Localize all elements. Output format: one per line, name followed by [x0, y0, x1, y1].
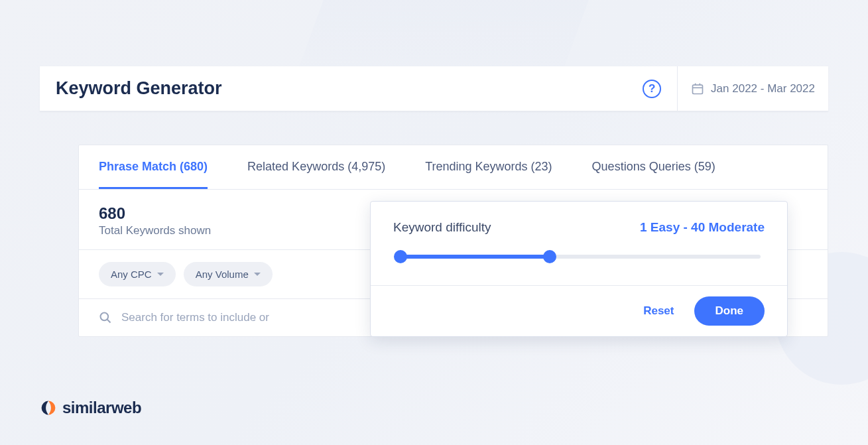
- popover-footer: Reset Done: [371, 285, 787, 336]
- brand-name: similarweb: [62, 399, 141, 417]
- slider-fill: [397, 255, 550, 259]
- svg-point-4: [101, 313, 109, 321]
- filter-volume[interactable]: Any Volume: [184, 262, 273, 286]
- help-icon: ?: [649, 82, 655, 95]
- tab-related-keywords[interactable]: Related Keywords (4,975): [247, 145, 385, 189]
- popover-title: Keyword difficulty: [393, 220, 491, 235]
- similarweb-logo-icon: [40, 399, 57, 416]
- difficulty-slider[interactable]: [397, 255, 761, 259]
- popover-header: Keyword difficulty 1 Easy - 40 Moderate: [393, 220, 765, 235]
- svg-line-5: [107, 320, 111, 323]
- popover-body: Keyword difficulty 1 Easy - 40 Moderate: [371, 202, 787, 285]
- popover-value: 1 Easy - 40 Moderate: [640, 220, 765, 235]
- header-bar: Keyword Generator ? Jan 2022 - Mar 2022: [40, 66, 828, 111]
- chevron-down-icon: [254, 273, 261, 276]
- header-left: Keyword Generator ?: [40, 66, 678, 111]
- slider-handle-min[interactable]: [394, 250, 407, 263]
- date-range-picker[interactable]: Jan 2022 - Mar 2022: [678, 70, 828, 107]
- page-title: Keyword Generator: [56, 78, 222, 99]
- done-button[interactable]: Done: [694, 296, 765, 326]
- help-button[interactable]: ?: [643, 80, 661, 98]
- calendar-icon: [691, 82, 704, 95]
- tab-questions-queries[interactable]: Questions Queries (59): [592, 145, 715, 189]
- slider-handle-max[interactable]: [543, 250, 556, 263]
- date-range-label: Jan 2022 - Mar 2022: [711, 82, 815, 95]
- filter-cpc[interactable]: Any CPC: [99, 262, 176, 286]
- filter-volume-label: Any Volume: [196, 269, 249, 280]
- tabs-bar: Phrase Match (680) Related Keywords (4,9…: [79, 145, 828, 190]
- search-icon: [99, 311, 112, 324]
- reset-button[interactable]: Reset: [643, 304, 674, 318]
- brand-logo: similarweb: [40, 399, 141, 417]
- chevron-down-icon: [157, 273, 164, 276]
- tab-phrase-match[interactable]: Phrase Match (680): [99, 145, 208, 189]
- tab-trending-keywords[interactable]: Trending Keywords (23): [425, 145, 552, 189]
- svg-rect-0: [693, 85, 703, 94]
- keyword-difficulty-popover: Keyword difficulty 1 Easy - 40 Moderate …: [370, 201, 788, 337]
- filter-cpc-label: Any CPC: [111, 269, 152, 280]
